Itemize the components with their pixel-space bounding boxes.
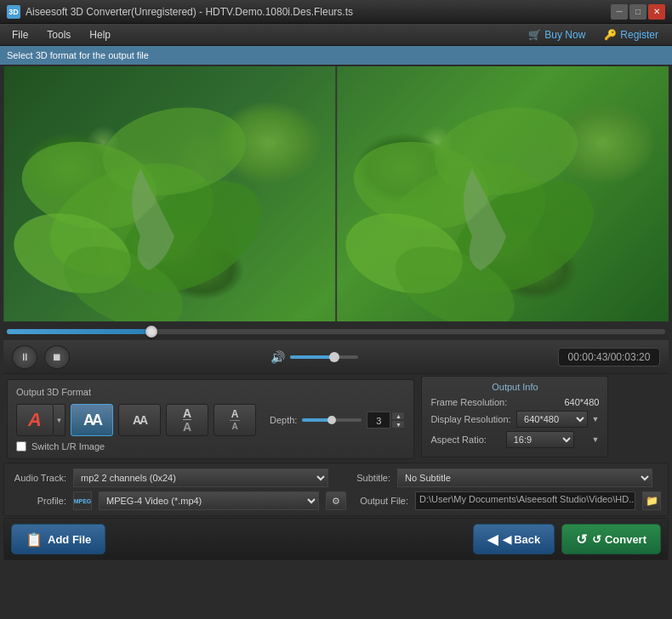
profile-format-icon: MPEG	[73, 491, 92, 510]
profile-settings-button[interactable]: ⚙	[326, 491, 346, 510]
anaglyph-dropdown-btn[interactable]: ▼	[54, 404, 65, 436]
output-info-title: Output Info	[430, 382, 599, 392]
minimize-button[interactable]: ─	[611, 4, 628, 20]
add-file-button[interactable]: 📋 Add File	[11, 524, 105, 554]
back-button[interactable]: ◀ ◀ Back	[473, 524, 555, 554]
pause-button[interactable]: ⏸	[12, 345, 37, 369]
time-display: 00:00:43/00:03:20	[558, 348, 660, 366]
depth-value[interactable]: 3	[367, 412, 390, 429]
status-bar: Select 3D format for the output file	[0, 46, 672, 65]
title-bar: 3D Aiseesoft 3D Converter(Unregistered) …	[0, 0, 672, 24]
subtitle-select[interactable]: No Subtitle	[397, 469, 652, 487]
stop-button[interactable]: ⏹	[44, 345, 70, 369]
switch-lr-checkbox[interactable]	[16, 441, 26, 451]
profile-select[interactable]: MPEG-4 Video (*.mp4)	[99, 491, 319, 510]
depth-down-button[interactable]: ▼	[391, 420, 405, 429]
video-area	[3, 66, 669, 321]
register-icon: 🔑	[604, 29, 617, 41]
action-bar: 📋 Add File ◀ ◀ Back ↺ ↺ Convert	[3, 518, 669, 560]
progress-thumb[interactable]	[145, 326, 157, 338]
format-btn-sidebyside[interactable]: AA	[71, 404, 113, 436]
display-res-dropdown-icon[interactable]: ▼	[591, 415, 599, 423]
format-panel: Output 3D Format A ▼ AA AA	[7, 379, 414, 459]
depth-spinbox: 3 ▲ ▼	[367, 412, 405, 429]
progress-track[interactable]	[7, 329, 665, 334]
audio-track-select[interactable]: mp2 2 channels (0x24)	[73, 469, 328, 487]
menu-tools[interactable]: Tools	[38, 26, 79, 43]
volume-thumb[interactable]	[329, 352, 339, 362]
aspect-ratio-row: Aspect Ratio: 16:9 4:3 Original ▼	[430, 431, 599, 448]
format-btn-anaglyph[interactable]: A	[16, 404, 54, 436]
depth-up-button[interactable]: ▲	[391, 412, 405, 420]
window-title: Aiseesoft 3D Converter(Unregistered) - H…	[26, 6, 353, 18]
buy-now-button[interactable]: 🛒 Buy Now	[523, 27, 590, 43]
chevron-down-icon: ▼	[56, 417, 63, 424]
folder-icon: 📁	[646, 495, 658, 507]
controls-bar: ⏸ ⏹ 🔊 00:00:43/00:03:20	[3, 340, 669, 374]
options-row: Audio Track: mp2 2 channels (0x24) Subti…	[3, 463, 669, 516]
window-controls: ─ □ ✕	[611, 4, 665, 20]
cart-icon: 🛒	[528, 29, 541, 41]
aspect-ratio-label: Aspect Ratio:	[430, 434, 486, 445]
browse-button[interactable]: 📁	[642, 491, 661, 510]
video-svg-overlay	[3, 66, 669, 321]
switch-lr-label: Switch L/R Image	[31, 441, 105, 451]
aspect-ratio-select[interactable]: 16:9 4:3 Original	[506, 431, 574, 448]
progress-fill	[7, 329, 151, 334]
progress-container[interactable]	[3, 323, 669, 340]
convert-icon: ↺	[576, 531, 587, 548]
frame-res-label: Frame Resolution:	[430, 397, 507, 407]
maximize-button[interactable]: □	[629, 4, 646, 20]
display-res-row: Display Resolution: 640*480 1280*720 192…	[430, 411, 599, 428]
display-res-select[interactable]: 640*480 1280*720 1920*1080 Original	[516, 411, 588, 428]
output-file-label: Output File:	[353, 496, 408, 506]
svg-rect-13	[338, 66, 669, 321]
menu-right: 🛒 Buy Now 🔑 Register	[523, 27, 669, 43]
menu-help[interactable]: Help	[81, 26, 119, 43]
frame-res-row: Frame Resolution: 640*480	[430, 397, 599, 407]
menu-bar: File Tools Help 🛒 Buy Now 🔑 Register	[0, 24, 672, 46]
status-message: Select 3D format for the output file	[7, 50, 149, 60]
volume-container: 🔊	[271, 350, 358, 364]
profile-label: Profile:	[11, 496, 66, 506]
depth-thumb[interactable]	[327, 416, 336, 424]
display-res-label: Display Resolution:	[430, 414, 510, 424]
anaglyph-a-icon: A	[28, 409, 42, 431]
profile-output-line: Profile: MPEG MPEG-4 Video (*.mp4) ⚙ Out…	[11, 491, 661, 510]
menu-file[interactable]: File	[3, 26, 37, 43]
aspect-ratio-dropdown-icon[interactable]: ▼	[592, 435, 600, 444]
format-buttons-row: A ▼ AA AA A A	[16, 404, 405, 436]
subtitle-label: Subtitle:	[335, 473, 390, 483]
right-action-buttons: ◀ ◀ Back ↺ ↺ Convert	[473, 524, 661, 554]
back-icon: ◀	[487, 531, 498, 548]
sidebyside-aa-icon: AA	[83, 412, 100, 429]
depth-container: Depth: 3 ▲ ▼	[270, 412, 405, 429]
video-preview	[3, 66, 669, 321]
format-btn-topbottom2[interactable]: A A	[214, 404, 256, 436]
title-left: 3D Aiseesoft 3D Converter(Unregistered) …	[7, 5, 353, 19]
switch-lr-row: Switch L/R Image	[16, 441, 405, 451]
output-info-panel: Output Info Frame Resolution: 640*480 Di…	[421, 376, 608, 457]
format-btn-sidebyside-half[interactable]: AA	[118, 404, 161, 436]
frame-res-value: 640*480	[564, 397, 599, 407]
topbottom2-icon: A A	[230, 408, 241, 432]
format-btn-topbottom[interactable]: A A	[166, 404, 208, 436]
menu-items: File Tools Help	[3, 26, 119, 43]
svg-rect-12	[4, 66, 336, 321]
audio-subtitle-line: Audio Track: mp2 2 channels (0x24) Subti…	[11, 469, 661, 487]
sidebyside-half-icon: AA	[133, 413, 146, 427]
depth-spin-arrows: ▲ ▼	[391, 412, 405, 429]
convert-button[interactable]: ↺ ↺ Convert	[561, 524, 661, 554]
add-file-icon: 📋	[26, 531, 43, 548]
volume-fill	[290, 355, 334, 359]
audio-track-label: Audio Track:	[11, 473, 66, 483]
register-button[interactable]: 🔑 Register	[599, 27, 663, 43]
volume-track[interactable]	[290, 355, 358, 359]
main-panels: Output 3D Format A ▼ AA AA	[3, 376, 669, 461]
output-file-path: D:\User\My Documents\Aiseesoft Studio\Vi…	[415, 491, 635, 510]
depth-track[interactable]	[302, 418, 362, 422]
close-button[interactable]: ✕	[648, 4, 665, 20]
format-panel-title: Output 3D Format	[16, 387, 405, 397]
depth-label: Depth:	[270, 415, 297, 425]
topbottom-icon: A A	[183, 407, 191, 433]
